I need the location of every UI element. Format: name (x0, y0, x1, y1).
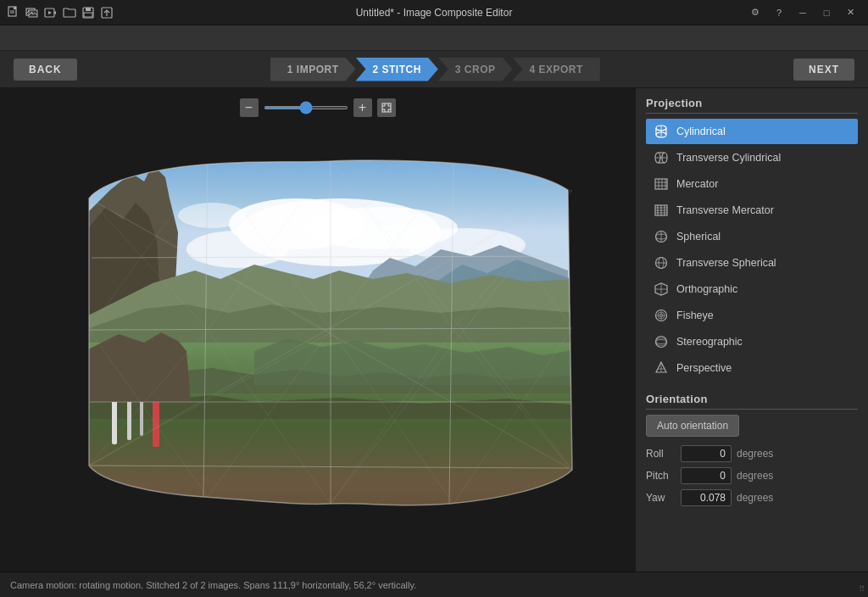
svg-line-56 (331, 163, 453, 330)
svg-point-27 (305, 207, 458, 249)
spherical-icon (653, 228, 670, 245)
fisheye-icon (653, 307, 670, 324)
proj-perspective-label: Perspective (676, 362, 732, 374)
mercator-icon (653, 176, 670, 192)
back-button[interactable]: BACK (14, 59, 77, 81)
proj-spherical[interactable]: Spherical (646, 224, 858, 249)
projection-section: Projection Cylindrical (646, 97, 858, 393)
svg-line-44 (91, 466, 569, 468)
pitch-input[interactable] (681, 467, 732, 484)
status-text: Camera motion: rotating motion. Stitched… (10, 580, 416, 590)
minimize-button[interactable]: ─ (792, 5, 814, 20)
svg-line-54 (208, 161, 331, 330)
toolbar (0, 25, 868, 51)
zoom-in-button[interactable]: + (353, 98, 372, 117)
zoom-slider[interactable] (264, 106, 348, 109)
proj-orthographic[interactable]: Orthographic (646, 276, 858, 302)
export-icon[interactable] (100, 6, 114, 20)
proj-stereographic-label: Stereographic (676, 336, 743, 348)
proj-transverse-cylindrical[interactable]: Transverse Cylindrical (646, 145, 858, 170)
proj-transverse-mercator-label: Transverse Mercator (676, 204, 774, 216)
help-button[interactable]: ? (768, 5, 790, 20)
svg-point-105 (656, 338, 667, 346)
svg-line-58 (453, 190, 572, 328)
step-crop[interactable]: 3 CROP (438, 58, 513, 81)
maximize-button[interactable]: □ (815, 5, 837, 20)
svg-rect-33 (112, 343, 117, 349)
fit-to-window-button[interactable] (377, 98, 396, 117)
svg-line-52 (89, 165, 208, 330)
proj-stereographic[interactable]: Stereographic (646, 329, 858, 354)
proj-transverse-mercator[interactable]: Transverse Mercator (646, 198, 858, 223)
main-content: − + (0, 88, 868, 572)
step-stitch[interactable]: 2 STITCH (355, 58, 437, 81)
new-icon[interactable] (7, 6, 20, 20)
svg-point-104 (656, 340, 667, 344)
roll-unit: degrees (737, 448, 773, 460)
svg-rect-12 (84, 13, 92, 17)
svg-line-61 (208, 330, 331, 504)
svg-point-26 (229, 198, 364, 249)
svg-rect-36 (153, 366, 159, 447)
svg-point-28 (186, 231, 288, 268)
svg-line-64 (331, 330, 453, 504)
status-bar: Camera motion: rotating motion. Stitched… (0, 572, 868, 597)
svg-line-38 (203, 165, 208, 497)
yaw-input[interactable] (681, 489, 732, 506)
zoom-out-button[interactable]: − (240, 98, 259, 117)
svg-point-29 (407, 228, 526, 262)
svg-line-59 (89, 330, 208, 497)
transverse-mercator-icon (653, 202, 670, 219)
step-2-label: 2 STITCH (372, 64, 420, 75)
proj-transverse-spherical-label: Transverse Spherical (676, 257, 776, 269)
roll-row: Roll degrees (646, 445, 858, 462)
svg-line-50 (331, 190, 572, 504)
roll-input[interactable] (681, 445, 732, 462)
proj-spherical-label: Spherical (676, 231, 721, 243)
open-folder-icon[interactable] (63, 6, 76, 20)
yaw-unit: degrees (737, 492, 773, 504)
proj-cylindrical[interactable]: Cylindrical (646, 119, 858, 144)
svg-line-63 (331, 330, 453, 504)
roll-label: Roll (646, 448, 676, 460)
yaw-label: Yaw (646, 492, 676, 504)
transverse-cylindrical-icon (653, 149, 670, 166)
canvas-area[interactable]: − + (0, 88, 635, 572)
settings-button[interactable]: ⚙ (744, 5, 766, 20)
cylindrical-icon (653, 123, 670, 140)
save-icon[interactable] (81, 6, 95, 20)
orientation-title: Orientation (646, 393, 858, 410)
step-export[interactable]: 4 EXPORT (513, 58, 600, 81)
yaw-row: Yaw degrees (646, 489, 858, 506)
proj-fisheye[interactable]: Fisheye (646, 303, 858, 328)
svg-rect-31 (85, 343, 576, 546)
svg-line-47 (89, 198, 331, 332)
projection-title: Projection (646, 97, 858, 114)
titlebar: Untitled* - Image Composite Editor ⚙ ? ─… (0, 0, 868, 25)
svg-line-45 (89, 198, 572, 470)
perspective-icon (653, 360, 670, 377)
svg-rect-15 (382, 103, 391, 112)
step-import[interactable]: 1 IMPORT (270, 58, 356, 81)
proj-perspective[interactable]: Perspective (646, 355, 858, 381)
svg-point-30 (178, 203, 246, 228)
resize-handle[interactable]: ⠿ (859, 584, 865, 594)
auto-orientation-button[interactable]: Auto orientation (646, 415, 739, 437)
svg-point-25 (237, 198, 441, 266)
proj-transverse-spherical[interactable]: Transverse Spherical (646, 250, 858, 276)
svg-line-57 (453, 163, 572, 328)
svg-line-49 (89, 332, 331, 466)
svg-line-55 (331, 161, 453, 330)
orthographic-icon (653, 281, 670, 298)
next-button[interactable]: NEXT (793, 59, 854, 81)
open-video-icon[interactable] (44, 6, 58, 20)
transverse-spherical-icon (653, 254, 670, 271)
svg-line-62 (208, 330, 331, 497)
open-images-icon[interactable] (25, 6, 39, 20)
proj-mercator[interactable]: Mercator (646, 171, 858, 197)
svg-line-48 (331, 161, 572, 470)
close-button[interactable]: ✕ (839, 5, 861, 20)
svg-line-41 (92, 256, 570, 258)
svg-line-46 (89, 190, 572, 466)
proj-mercator-label: Mercator (676, 178, 718, 190)
